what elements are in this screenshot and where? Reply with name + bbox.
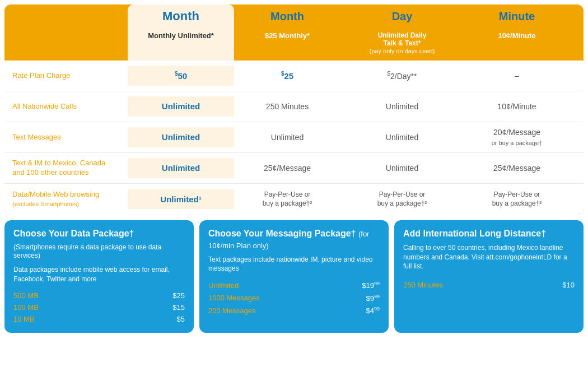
text-col4-line1: 20¢/Message xyxy=(493,128,540,137)
data-item-label-0: 500 MB xyxy=(13,291,39,300)
list-item: 1000 Messages $999 xyxy=(208,292,380,304)
messaging-card-title: Choose Your Messaging Package† (for 10¢/… xyxy=(208,228,380,252)
data-label: Data/Mobile Web browsing xyxy=(12,190,99,198)
intl-card-title: Add International Long Distance† xyxy=(403,228,575,240)
row-label-data: Data/Mobile Web browsing (excludes Smart… xyxy=(4,184,128,215)
data-card-title: Choose Your Data Package† xyxy=(13,228,185,240)
data-col3-line2: buy a package†² xyxy=(377,199,427,207)
subtitle-col3-line1: Unlimited Daily xyxy=(378,31,427,39)
intl-item-price-0: $10 xyxy=(562,281,575,289)
row-cell-rate-col2: $25 xyxy=(234,66,340,86)
calls-col2-val: 250 Minutes xyxy=(266,102,309,111)
text-label: Text Messages xyxy=(12,133,61,141)
row-cell-im-col1: Unlimited xyxy=(128,158,234,178)
im-col2-val: 25¢/Message xyxy=(264,164,311,173)
data-col4-line2: buy a package†² xyxy=(492,199,542,207)
subtitle-col3: Unlimited Daily Talk & Text* (pay only o… xyxy=(340,28,464,61)
subtitle-row: Monthly Unlimited* $25 Monthly* Unlimite… xyxy=(4,28,584,61)
list-item: 200 Messages $499 xyxy=(208,304,380,317)
messaging-card-title-text: Choose Your Messaging Package† xyxy=(208,229,356,238)
text-col1-val: Unlimited xyxy=(162,132,200,142)
data-card-subtitle: (Smartphones require a data package to u… xyxy=(13,243,185,261)
subtitle-col4-text: 10¢/Minute xyxy=(498,31,535,40)
table-row: All Nationwide Calls Unlimited 250 Minut… xyxy=(4,91,584,122)
calls-label: All Nationwide Calls xyxy=(12,102,77,110)
data-col2-line2: buy a package†² xyxy=(263,199,312,207)
data-col2-line1: Pay-Per-Use or xyxy=(264,191,311,198)
table-row: Text & IM to Mexico, Canada and 100 othe… xyxy=(4,153,584,184)
data-rows: Rate Plan Charge $50 $25 $2/Day** – All … xyxy=(4,61,584,215)
intl-card-body: Calling to over 50 countries, including … xyxy=(403,243,575,271)
row-label-calls: All Nationwide Calls xyxy=(4,96,128,117)
intl-card-title-text: Add International Long Distance† xyxy=(403,229,546,238)
col4-label: Minute xyxy=(499,10,535,22)
msg-item-price-0: $1999 xyxy=(362,281,380,290)
data-item-label-1: 100 MB xyxy=(13,303,39,312)
pricing-table: Month Month Day Minute Monthly Unlimited… xyxy=(4,4,584,215)
data-card-body-text: Data packages include mobile web access … xyxy=(13,266,170,283)
rate-col2-val: 25 xyxy=(284,71,293,81)
im-sublabel: and 100 other countries xyxy=(12,168,89,177)
rate-col4-val: – xyxy=(515,71,519,80)
im-label: Text & IM to Mexico, Canada xyxy=(12,159,105,167)
rate-col3-val: 2/Day** xyxy=(390,72,417,81)
bottom-cards: Choose Your Data Package† (Smartphones r… xyxy=(4,220,584,333)
subtitle-empty-cell xyxy=(4,28,128,61)
data-package-card: Choose Your Data Package† (Smartphones r… xyxy=(4,220,194,333)
row-cell-rate-col4: – xyxy=(464,66,570,85)
col3-label: Day xyxy=(392,10,413,22)
row-cell-calls-col1: Unlimited xyxy=(128,96,234,117)
data-card-title-text: Choose Your Data Package† xyxy=(13,229,134,238)
row-cell-rate-col3: $2/Day** xyxy=(340,66,464,86)
row-cell-rate-col1: $50 xyxy=(128,66,234,86)
msg-item-label-0: Unlimited xyxy=(208,281,239,290)
data-item-price-2: $5 xyxy=(177,315,185,323)
col1-label: Month xyxy=(162,9,199,23)
row-cell-data-col1: Unlimited¹ xyxy=(128,189,234,210)
list-item: 100 MB $15 xyxy=(13,301,185,313)
row-cell-im-col2: 25¢/Message xyxy=(234,159,340,178)
row-cell-text-col1: Unlimited xyxy=(128,127,234,147)
intl-card-body-text: Calling to over 50 countries, including … xyxy=(403,244,567,271)
im-col1-val: Unlimited xyxy=(162,163,200,173)
subtitle-col1-text: Monthly Unlimited* xyxy=(148,31,214,40)
col2-label: Month xyxy=(270,10,304,22)
data-card-subtitle-text: (Smartphones require a data package to u… xyxy=(13,243,161,260)
msg-item-label-1: 1000 Messages xyxy=(208,294,260,302)
row-cell-text-col3: Unlimited xyxy=(340,128,464,147)
row-label-im: Text & IM to Mexico, Canada and 100 othe… xyxy=(4,153,128,183)
calls-col4-val: 10¢/Minute xyxy=(497,102,536,111)
rate-col1-val: 50 xyxy=(178,71,187,81)
row-cell-calls-col3: Unlimited xyxy=(340,97,464,116)
text-col2-val: Unlimited xyxy=(271,133,304,142)
subtitle-col3-line3: (pay only on days used) xyxy=(370,48,435,54)
text-col3-val: Unlimited xyxy=(386,133,418,142)
subtitle-col2-text: $25 Monthly* xyxy=(265,31,310,40)
header-col-month1: Month xyxy=(128,4,234,28)
data-sublabel: (excludes Smartphones) xyxy=(12,201,79,207)
header-col-month2: Month xyxy=(234,6,340,27)
messaging-card-body: Text packages include nationwide IM, pic… xyxy=(208,255,380,274)
header-col-day: Day xyxy=(340,6,464,27)
row-cell-im-col3: Unlimited xyxy=(340,159,464,178)
list-item: 10 MB $5 xyxy=(13,313,185,325)
row-cell-text-col2: Unlimited xyxy=(234,128,340,147)
intl-item-label-0: 250 Minutes xyxy=(403,281,443,289)
row-cell-data-col3: Pay-Per-Use or buy a package†² xyxy=(340,186,464,212)
data-item-price-1: $15 xyxy=(172,303,185,312)
calls-col3-val: Unlimited xyxy=(386,102,418,111)
subtitle-col4: 10¢/Minute xyxy=(464,28,570,61)
header-col-minute: Minute xyxy=(464,6,570,27)
msg-item-price-1: $999 xyxy=(366,294,380,303)
row-cell-im-col4: 25¢/Message xyxy=(464,159,570,178)
data-item-price-0: $25 xyxy=(172,291,185,300)
table-row: Data/Mobile Web browsing (excludes Smart… xyxy=(4,184,584,215)
list-item: Unlimited $1999 xyxy=(208,279,380,291)
table-row: Rate Plan Charge $50 $25 $2/Day** – xyxy=(4,61,584,91)
intl-ld-card: Add International Long Distance† Calling… xyxy=(394,220,584,333)
row-label-text: Text Messages xyxy=(4,127,128,148)
subtitle-col2: $25 Monthly* xyxy=(234,28,340,61)
data-card-body: Data packages include mobile web access … xyxy=(13,265,185,284)
table-row: Text Messages Unlimited Unlimited Unlimi… xyxy=(4,122,584,153)
subtitle-col1: Monthly Unlimited* xyxy=(128,28,234,61)
